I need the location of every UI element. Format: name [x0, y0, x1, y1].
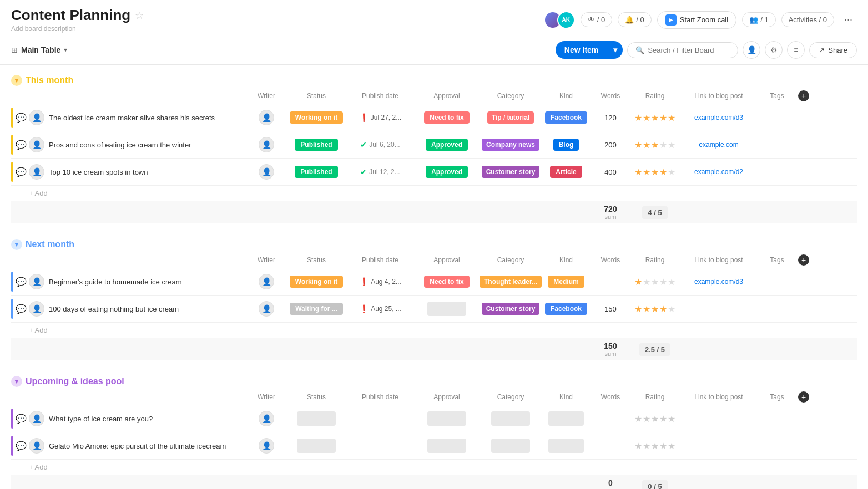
star-1[interactable]: ★: [634, 414, 642, 424]
eyeball-counter-button[interactable]: 👁 / 0: [581, 12, 612, 27]
approval-badge[interactable]: Approved: [426, 139, 468, 151]
star-5[interactable]: ★: [668, 414, 675, 424]
kind-badge[interactable]: Article: [550, 166, 582, 178]
star-1[interactable]: ★: [634, 304, 642, 314]
star-1[interactable]: ★: [634, 140, 642, 150]
kind-badge[interactable]: Medium: [548, 276, 584, 288]
kind-empty-badge[interactable]: [548, 439, 584, 453]
new-item-button[interactable]: New Item ▾: [556, 41, 623, 59]
kind-badge[interactable]: Facebook: [545, 303, 587, 315]
group-toggle-this-month[interactable]: ▼: [11, 75, 22, 86]
filter-icon[interactable]: ≡: [787, 41, 805, 59]
star-5[interactable]: ★: [668, 277, 675, 287]
comment-icon[interactable]: 💬: [16, 140, 27, 150]
category-badge[interactable]: Thought leader...: [480, 276, 542, 288]
star-4[interactable]: ★: [659, 113, 667, 123]
cell-approval[interactable]: Need to fix: [416, 109, 477, 126]
status-badge[interactable]: Waiting for ...: [290, 303, 343, 315]
star-4[interactable]: ★: [659, 414, 667, 424]
cell-approval[interactable]: Need to fix: [416, 273, 477, 290]
cell-rating[interactable]: ★★★★★: [633, 165, 677, 180]
category-empty-badge[interactable]: [491, 439, 530, 453]
cell-tags[interactable]: [760, 170, 794, 174]
status-empty-badge[interactable]: [297, 439, 336, 453]
writer-avatar[interactable]: 👤: [259, 110, 274, 125]
cell-status[interactable]: [289, 436, 344, 455]
cell-tags[interactable]: [760, 307, 794, 311]
star-2[interactable]: ★: [643, 113, 650, 123]
cell-kind[interactable]: [544, 436, 588, 455]
star-2[interactable]: ★: [643, 140, 650, 150]
approval-empty-badge[interactable]: [427, 302, 466, 316]
category-badge[interactable]: Company news: [482, 139, 539, 151]
cell-tags[interactable]: [760, 416, 794, 421]
cell-category[interactable]: Customer story: [477, 164, 544, 180]
add-row-next-month[interactable]: + Add: [11, 323, 857, 338]
writer-avatar[interactable]: 👤: [259, 411, 274, 426]
star-5[interactable]: ★: [668, 441, 675, 451]
star-3[interactable]: ★: [651, 304, 659, 314]
star-5[interactable]: ★: [668, 304, 675, 314]
cell-status[interactable]: Published: [289, 136, 344, 153]
star-3[interactable]: ★: [651, 167, 659, 177]
row-title-text[interactable]: The oldest ice cream maker alive shares …: [47, 114, 240, 122]
star-5[interactable]: ★: [668, 113, 675, 123]
activities-button[interactable]: Activities / 0: [781, 12, 834, 27]
col-add[interactable]: +: [794, 391, 810, 403]
row-avatar[interactable]: 👤: [29, 274, 44, 289]
favorite-star-icon[interactable]: ☆: [135, 9, 144, 22]
search-filter-box[interactable]: 🔍: [627, 42, 738, 58]
star-2[interactable]: ★: [643, 277, 650, 287]
approval-empty-badge[interactable]: [427, 439, 466, 453]
cell-status[interactable]: Working on it: [289, 109, 344, 126]
comment-icon[interactable]: 💬: [16, 441, 27, 451]
status-badge[interactable]: Published: [295, 139, 337, 151]
cell-date[interactable]: ❗Jul 27, 2...: [344, 111, 416, 124]
star-5[interactable]: ★: [668, 140, 675, 150]
cell-link[interactable]: example.com/d2: [677, 166, 760, 178]
writer-avatar[interactable]: 👤: [259, 438, 274, 454]
status-badge[interactable]: Working on it: [290, 276, 343, 288]
cell-kind[interactable]: Facebook: [544, 109, 588, 126]
kind-badge[interactable]: Blog: [553, 139, 579, 151]
group-toggle-next-month[interactable]: ▼: [11, 239, 22, 250]
cell-kind[interactable]: Blog: [544, 136, 588, 153]
cell-category[interactable]: Thought leader...: [477, 273, 544, 290]
star-1[interactable]: ★: [634, 113, 642, 123]
cell-approval[interactable]: Approved: [416, 164, 477, 180]
star-2[interactable]: ★: [643, 304, 650, 314]
cell-rating[interactable]: ★★★★★: [633, 302, 677, 317]
row-title-text[interactable]: Beginner's guide to homemade ice cream: [47, 278, 240, 286]
add-row-this-month[interactable]: + Add: [11, 186, 857, 201]
row-title-text[interactable]: Gelato Mio Amore: epic pursuit of the ul…: [47, 442, 240, 450]
cell-status[interactable]: Waiting for ...: [289, 300, 344, 317]
cell-date[interactable]: ❗Aug 25, ...: [344, 302, 416, 315]
row-avatar[interactable]: 👤: [29, 137, 44, 152]
person-filter-icon[interactable]: 👤: [743, 41, 760, 59]
writer-avatar[interactable]: 👤: [259, 301, 274, 317]
cell-category[interactable]: Tip / tutorial: [477, 109, 544, 126]
status-badge[interactable]: Working on it: [290, 111, 343, 124]
cell-rating[interactable]: ★★★★★: [633, 439, 677, 454]
board-description[interactable]: Add board description: [11, 25, 144, 33]
star-4[interactable]: ★: [659, 304, 667, 314]
row-avatar[interactable]: 👤: [29, 164, 44, 180]
group-toggle-upcoming[interactable]: ▼: [11, 376, 22, 387]
kind-empty-badge[interactable]: [548, 411, 584, 426]
star-3[interactable]: ★: [651, 113, 659, 123]
cell-status[interactable]: Published: [289, 164, 344, 180]
category-badge[interactable]: Tip / tutorial: [487, 111, 534, 124]
status-empty-badge[interactable]: [297, 411, 336, 426]
cell-kind[interactable]: Article: [544, 164, 588, 180]
cell-rating[interactable]: ★★★★★: [633, 110, 677, 125]
cell-kind[interactable]: Medium: [544, 273, 588, 290]
more-options-button[interactable]: ···: [840, 12, 857, 28]
star-3[interactable]: ★: [651, 140, 659, 150]
star-3[interactable]: ★: [651, 277, 659, 287]
star-1[interactable]: ★: [634, 277, 642, 287]
writer-avatar[interactable]: 👤: [259, 274, 274, 289]
cell-approval[interactable]: [416, 436, 477, 455]
comment-icon[interactable]: 💬: [16, 304, 27, 314]
category-empty-badge[interactable]: [491, 411, 530, 426]
kind-badge[interactable]: Facebook: [545, 111, 587, 124]
